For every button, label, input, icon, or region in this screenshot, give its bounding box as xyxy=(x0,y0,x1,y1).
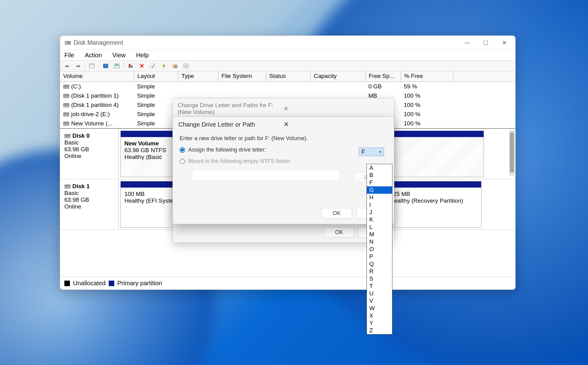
col-volume[interactable]: Volume xyxy=(60,71,134,82)
dropdown-item[interactable]: B xyxy=(367,172,392,179)
svg-rect-12 xyxy=(163,66,165,68)
column-headers: Volume Layout Type File System Status Ca… xyxy=(60,71,515,82)
properties-icon[interactable] xyxy=(112,62,121,70)
dropdown-item[interactable]: O xyxy=(367,245,392,253)
svg-rect-1 xyxy=(66,42,67,44)
legend-swatch-unallocated xyxy=(64,281,70,286)
close-button[interactable]: ✕ xyxy=(495,37,513,49)
disk-info[interactable]: Disk 1Basic63.98 GBOnline xyxy=(60,179,119,229)
dropdown-item[interactable]: K xyxy=(367,216,392,223)
dropdown-item[interactable]: P xyxy=(367,253,392,260)
dialog2-title: Change Drive Letter or Path xyxy=(178,121,283,128)
col-type[interactable]: Type xyxy=(178,71,218,82)
mount-path-input xyxy=(192,169,340,180)
col-freespace[interactable]: Free Sp... xyxy=(365,71,401,82)
dropdown-item[interactable]: L xyxy=(367,223,392,231)
disk-icon xyxy=(64,134,71,138)
app-icon xyxy=(64,39,71,46)
help-icon[interactable]: ? xyxy=(101,62,110,70)
col-filesystem[interactable]: File System xyxy=(218,71,266,82)
minimize-button[interactable]: — xyxy=(458,37,476,49)
dropdown-item[interactable]: Q xyxy=(367,260,392,268)
drive-letter-dropdown[interactable]: ABFGHIJKLMNOPQRSTUVWXYZ xyxy=(367,164,392,335)
menu-bar: File Action View Help xyxy=(60,50,515,60)
dropdown-item[interactable]: X xyxy=(367,312,392,319)
col-status[interactable]: Status xyxy=(266,71,310,82)
toolbar-separator xyxy=(85,63,85,69)
svg-rect-8 xyxy=(115,64,119,66)
back-icon[interactable]: ⬅ xyxy=(63,62,71,70)
dropdown-item[interactable]: H xyxy=(367,194,392,201)
radio-mount-folder[interactable] xyxy=(180,159,185,164)
dropdown-item[interactable]: V xyxy=(367,297,392,305)
dropdown-item[interactable]: Y xyxy=(367,319,392,327)
label-assign-letter: Assign the following drive letter: xyxy=(188,147,266,153)
col-pctfree[interactable]: % Free xyxy=(401,71,453,82)
partition[interactable]: 625 MBHealthy (Recovery Partition) xyxy=(386,181,481,228)
change-drive-letter-or-path-dialog: Change Drive Letter or Path ✕ Enter a ne… xyxy=(172,116,394,224)
scroll-thumb[interactable] xyxy=(510,132,514,172)
toolbar-separator xyxy=(99,63,99,69)
table-row[interactable]: (C:)Simple0 GB59 % xyxy=(60,82,515,91)
show-hide-console-icon[interactable] xyxy=(87,62,96,70)
partition-colorbar xyxy=(386,181,481,188)
drive-letter-value: F xyxy=(362,149,365,155)
col-pad xyxy=(453,71,515,82)
dropdown-item[interactable]: G xyxy=(367,186,392,194)
maximize-button[interactable]: ☐ xyxy=(476,37,495,49)
dropdown-item[interactable]: U xyxy=(367,290,392,297)
radio-assign-letter[interactable] xyxy=(180,147,185,153)
dropdown-item[interactable]: M xyxy=(367,231,392,238)
drive-icon xyxy=(63,94,69,98)
dropdown-item[interactable]: W xyxy=(367,305,392,312)
dropdown-item[interactable]: R xyxy=(367,268,392,275)
drive-icon xyxy=(63,103,69,107)
dropdown-item[interactable]: T xyxy=(367,282,392,290)
dropdown-item[interactable]: A xyxy=(367,164,392,172)
drive-letter-combo[interactable]: F xyxy=(359,148,384,156)
legend-label-primary: Primary partition xyxy=(117,280,162,287)
label-mount-folder: Mount in the following empty NTFS folder… xyxy=(188,158,291,164)
titlebar: Disk Management — ☐ ✕ xyxy=(60,36,515,50)
dialog2-prompt: Enter a new drive letter or path for F: … xyxy=(180,135,387,142)
drive-icon xyxy=(63,122,69,126)
svg-rect-2 xyxy=(68,42,70,44)
disk-icon xyxy=(64,185,71,189)
close-icon[interactable]: ✕ xyxy=(283,120,388,128)
dropdown-item[interactable]: S xyxy=(367,275,392,282)
drive-icon xyxy=(63,85,69,89)
svg-point-10 xyxy=(129,64,131,66)
options-icon[interactable] xyxy=(148,62,157,70)
ok-button[interactable]: OK xyxy=(321,208,352,218)
menu-help[interactable]: Help xyxy=(135,51,150,60)
disk-info[interactable]: Disk 0Basic63.98 GBOnline xyxy=(60,129,119,179)
list-icon[interactable] xyxy=(182,62,190,70)
svg-rect-3 xyxy=(89,64,94,68)
toolbar: ⬅ ➡ ? ✕ xyxy=(60,60,515,71)
close-icon[interactable]: ✕ xyxy=(283,105,389,112)
arrow-up-icon[interactable] xyxy=(160,62,168,70)
explorer-icon[interactable] xyxy=(171,62,179,70)
forward-icon[interactable]: ➡ xyxy=(74,62,82,70)
legend-label-unallocated: Unallocated xyxy=(73,280,106,287)
col-layout[interactable]: Layout xyxy=(134,71,178,82)
dropdown-item[interactable]: J xyxy=(367,209,392,216)
drive-icon xyxy=(63,112,69,117)
menu-view[interactable]: View xyxy=(111,51,127,60)
dropdown-item[interactable]: Z xyxy=(367,327,392,334)
scrollbar[interactable] xyxy=(509,130,515,176)
dropdown-item[interactable]: N xyxy=(367,238,392,245)
menu-action[interactable]: Action xyxy=(83,51,103,60)
svg-rect-9 xyxy=(128,65,133,68)
dropdown-item[interactable]: I xyxy=(367,201,392,209)
dropdown-item[interactable]: F xyxy=(367,179,392,186)
legend-swatch-primary xyxy=(109,281,114,286)
legend: Unallocated Primary partition xyxy=(60,277,515,290)
window-title: Disk Management xyxy=(74,39,458,46)
delete-icon[interactable]: ✕ xyxy=(137,62,146,70)
settings-icon[interactable] xyxy=(126,62,135,70)
toolbar-separator xyxy=(124,63,124,69)
ok-button[interactable]: OK xyxy=(324,227,355,237)
col-capacity[interactable]: Capacity xyxy=(310,71,365,82)
menu-file[interactable]: File xyxy=(63,51,75,60)
